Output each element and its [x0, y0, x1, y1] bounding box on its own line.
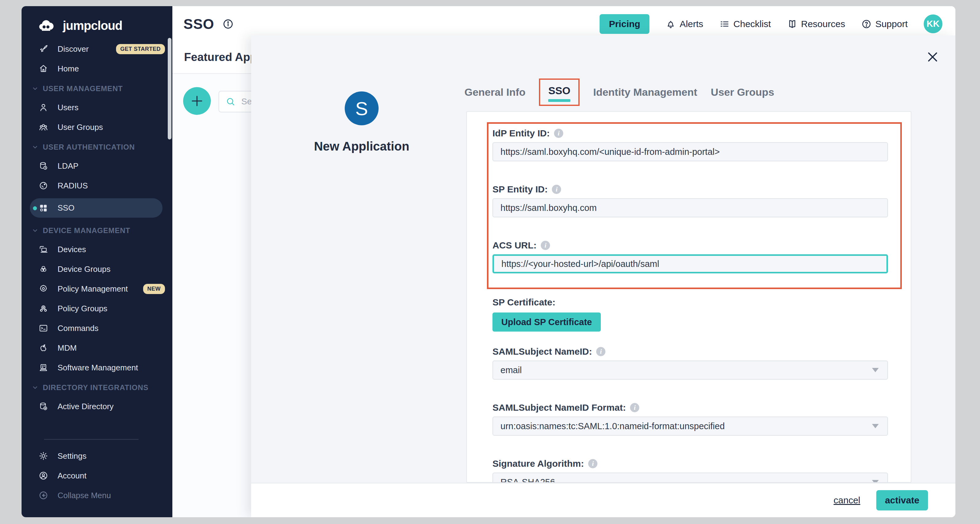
sidebar-item-label: Account [57, 471, 86, 481]
tab-user-groups[interactable]: User Groups [711, 86, 774, 98]
add-application-button[interactable] [183, 87, 211, 115]
app-window: jumpcloud Discover GET STARTED [22, 6, 955, 517]
new-application-panel: S New Application General Info SSO Ident… [251, 35, 955, 517]
support-button[interactable]: Support [861, 19, 908, 29]
sidebar: jumpcloud Discover GET STARTED [22, 6, 172, 517]
page-title: SSO [183, 16, 214, 32]
sidebar-item-account[interactable]: Account [22, 468, 172, 483]
sp-certificate-label-row: SP Certificate: [492, 297, 911, 307]
chevron-down-icon [32, 384, 38, 391]
sidebar-item-software-management[interactable]: Software Management [22, 360, 172, 375]
tab-identity-management[interactable]: Identity Management [593, 86, 697, 98]
resources-button[interactable]: Resources [787, 19, 845, 29]
nameid-field: SAMLSubject NameID: i email [492, 346, 911, 380]
section-header-user-authentication[interactable]: USER AUTHENTICATION [22, 143, 172, 151]
nameid-select[interactable]: email [492, 360, 888, 380]
caret-down-icon [872, 368, 879, 372]
pricing-button[interactable]: Pricing [600, 14, 649, 34]
info-icon[interactable]: i [541, 241, 550, 250]
sidebar-item-label: Device Groups [57, 264, 110, 274]
info-icon[interactable]: i [554, 129, 563, 138]
sidebar-item-label: Home [57, 64, 79, 73]
user-icon [38, 102, 48, 112]
panel-footer: cancel activate [251, 483, 955, 517]
tab-sso[interactable]: SSO [539, 78, 579, 106]
section-header-user-management[interactable]: USER MANAGEMENT [22, 84, 172, 93]
acs-url-label-row: ACS URL: i [492, 240, 900, 251]
tab-general-info[interactable]: General Info [465, 86, 525, 98]
sidebar-item-mdm[interactable]: MDM [22, 341, 172, 355]
rocket-icon [38, 44, 48, 54]
bell-icon [665, 19, 676, 29]
activate-button[interactable]: activate [876, 490, 928, 510]
sidebar-bottom: Settings Account Collapse Menu [22, 439, 172, 508]
sidebar-item-home[interactable]: Home [22, 62, 172, 76]
sidebar-item-policy-management[interactable]: Policy Management NEW [22, 282, 172, 296]
chevron-down-icon [32, 227, 38, 234]
section-header-device-management[interactable]: DEVICE MANAGEMENT [22, 226, 172, 235]
sidebar-item-label: Active Directory [57, 402, 114, 411]
sidebar-item-label: Settings [57, 451, 86, 461]
nameid-format-select[interactable]: urn:oasis:names:tc:SAML:1.0:nameid-forma… [492, 417, 888, 436]
section-header-label: DEVICE MANAGEMENT [43, 226, 130, 235]
sidebar-item-policy-groups[interactable]: Policy Groups [22, 301, 172, 315]
close-icon[interactable] [926, 50, 939, 64]
sidebar-item-users[interactable]: Users [22, 100, 172, 115]
info-icon[interactable]: i [588, 459, 597, 468]
info-icon[interactable] [222, 18, 234, 30]
sp-entity-label-row: SP Entity ID: i [492, 184, 900, 194]
signature-algorithm-select[interactable]: RSA-SHA256 [492, 473, 888, 483]
sidebar-item-discover[interactable]: Discover GET STARTED [22, 42, 172, 56]
jumpcloud-logo: jumpcloud [22, 6, 172, 34]
software-management-icon [38, 363, 48, 373]
sidebar-item-label: Collapse Menu [57, 491, 111, 500]
sidebar-item-sso[interactable]: SSO [30, 198, 162, 218]
sidebar-item-ldap[interactable]: LDAP [22, 159, 172, 173]
policy-management-icon [38, 284, 48, 294]
info-icon[interactable]: i [552, 185, 561, 194]
new-badge: NEW [143, 284, 165, 294]
info-icon[interactable]: i [630, 403, 639, 412]
section-header-label: USER AUTHENTICATION [43, 143, 135, 151]
field-label: IdP Entity ID: [492, 128, 550, 139]
resources-label: Resources [801, 19, 845, 29]
nameid-label-row: SAMLSubject NameID: i [492, 346, 911, 357]
sidebar-item-settings[interactable]: Settings [22, 449, 172, 463]
sidebar-item-label: Discover [57, 45, 89, 54]
section-header-directory-integrations[interactable]: DIRECTORY INTEGRATIONS [22, 383, 172, 392]
avatar[interactable]: KK [924, 14, 942, 33]
sidebar-item-active-directory[interactable]: Active Directory [22, 399, 172, 414]
sp-entity-input[interactable] [492, 198, 888, 217]
field-label: SP Certificate: [492, 297, 555, 307]
sidebar-item-collapse-menu[interactable]: Collapse Menu [22, 488, 172, 502]
sidebar-item-label: Policy Management [57, 284, 128, 294]
devices-icon [38, 244, 48, 254]
sidebar-item-label: Policy Groups [57, 304, 107, 314]
application-logo: S [345, 91, 379, 125]
cloud-logo-icon [35, 17, 58, 34]
upload-sp-certificate-button[interactable]: Upload SP Certificate [492, 312, 601, 331]
gear-icon [38, 451, 48, 461]
apple-icon [38, 343, 48, 353]
checklist-button[interactable]: Checklist [719, 19, 771, 29]
radius-icon [38, 181, 48, 191]
idp-entity-label-row: IdP Entity ID: i [492, 128, 900, 139]
acs-url-input[interactable] [492, 254, 888, 273]
sidebar-scrollbar[interactable] [168, 38, 172, 139]
topbar-actions: Pricing Alerts Checklist [600, 14, 942, 34]
sidebar-item-radius[interactable]: RADIUS [22, 178, 172, 193]
cancel-button[interactable]: cancel [834, 495, 860, 505]
question-circle-icon [861, 19, 872, 29]
sp-entity-field: SP Entity ID: i [492, 184, 900, 217]
application-name: New Application [269, 139, 454, 153]
idp-entity-input[interactable] [492, 142, 888, 161]
info-icon[interactable]: i [596, 347, 605, 356]
sidebar-item-devices[interactable]: Devices [22, 242, 172, 256]
sidebar-divider [44, 439, 138, 440]
sidebar-item-user-groups[interactable]: User Groups [22, 120, 172, 134]
sidebar-item-device-groups[interactable]: Device Groups [22, 262, 172, 276]
collapse-arrow-icon [38, 491, 48, 500]
home-icon [38, 64, 48, 73]
alerts-button[interactable]: Alerts [665, 19, 703, 29]
sidebar-item-commands[interactable]: Commands [22, 321, 172, 335]
